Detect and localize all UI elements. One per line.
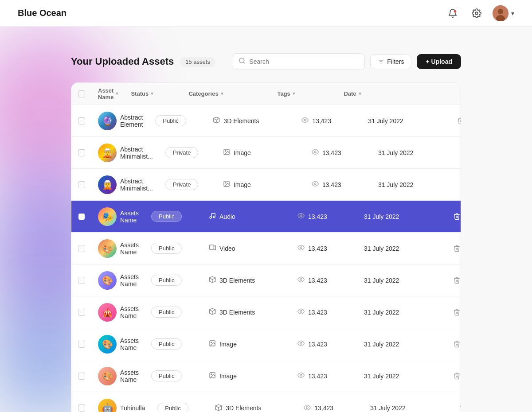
table-row[interactable]: 🎨 Assets Name Public 3D Elements 13,423	[71, 264, 461, 296]
svg-point-100	[211, 374, 212, 375]
svg-point-45	[213, 216, 215, 218]
row-checkbox[interactable]	[78, 181, 85, 188]
row-checkbox[interactable]	[78, 404, 85, 412]
select-all-checkbox[interactable]	[78, 90, 85, 97]
row-checkbox[interactable]	[78, 277, 85, 284]
trash-icon	[459, 404, 461, 412]
category-icon	[209, 276, 216, 284]
delete-button[interactable]	[450, 369, 461, 383]
delete-button[interactable]	[450, 337, 461, 351]
svg-point-57	[300, 247, 302, 249]
delete-button[interactable]	[454, 114, 461, 128]
row-tags-cell: 13,423	[305, 148, 372, 157]
th-categories[interactable]: Categories ▾	[182, 90, 271, 97]
row-category-cell: Image	[203, 372, 291, 380]
status-badge: Private	[165, 179, 198, 190]
asset-thumbnail: 🤖	[98, 399, 117, 412]
row-checkbox[interactable]	[78, 341, 85, 348]
filters-label: Filters	[387, 58, 404, 65]
row-checkbox[interactable]	[78, 117, 85, 124]
table-row[interactable]: 🔮 Abstract Element Public 3D Elements 13…	[71, 105, 461, 137]
row-checkbox-cell[interactable]	[71, 341, 92, 348]
svg-point-44	[210, 217, 211, 218]
category-icon	[209, 340, 216, 348]
row-asset-name-cell: 🎭 Assets Name	[92, 207, 145, 226]
tags-count: 13,423	[312, 117, 331, 124]
row-date-cell: 31 July 2022	[364, 404, 453, 412]
table-header: Asset Name ▾ Status ▾ Categories ▾ Tags …	[71, 83, 461, 105]
row-checkbox[interactable]	[78, 213, 85, 220]
delete-button[interactable]	[450, 273, 461, 288]
notifications-button[interactable]	[445, 5, 461, 21]
row-category-cell: 3D Elements	[207, 117, 295, 125]
asset-count-badge: 15 assets	[180, 57, 215, 67]
row-tags-cell: 13,423	[291, 276, 358, 284]
delete-button[interactable]	[456, 401, 461, 412]
row-tags-cell: 13,423	[291, 372, 358, 380]
cube-icon	[213, 117, 220, 124]
row-tags-cell: 13,423	[305, 180, 372, 189]
delete-button[interactable]	[450, 305, 461, 319]
search-box[interactable]	[232, 53, 365, 70]
row-checkbox-cell[interactable]	[71, 404, 92, 412]
filter-icon	[378, 58, 384, 65]
tags-count: 13,423	[322, 181, 341, 188]
table-row[interactable]: 🎭 Assets Name Public Audio 13,423 3	[71, 201, 461, 233]
table-row[interactable]: 🧝 Abstract Minimalist... Private Image 1…	[71, 169, 461, 201]
table-row[interactable]: 🎨 Assets Name Public Image 13,423 3	[71, 328, 461, 360]
row-category-cell: Video	[203, 244, 291, 253]
row-checkbox-cell[interactable]	[71, 245, 92, 252]
row-checkbox-cell[interactable]	[71, 373, 92, 380]
row-checkbox[interactable]	[78, 309, 85, 316]
th-checkbox[interactable]	[71, 90, 92, 97]
row-date-cell: 31 July 2022	[358, 245, 446, 252]
row-checkbox-cell[interactable]	[71, 149, 92, 156]
th-status[interactable]: Status ▾	[125, 90, 182, 97]
table-row[interactable]: 🎨 Assets Name Public Image 13,423 3	[71, 360, 461, 392]
svg-point-101	[300, 374, 302, 376]
views-icon	[297, 212, 305, 221]
asset-thumb-emoji: 🎨	[98, 367, 117, 385]
search-input[interactable]	[249, 58, 358, 65]
th-date[interactable]: Date ▾	[337, 90, 426, 97]
user-profile-button[interactable]: ▾	[493, 5, 514, 21]
row-checkbox-cell[interactable]	[71, 117, 92, 124]
trash-icon	[453, 308, 461, 316]
image-icon	[209, 340, 216, 347]
row-checkbox[interactable]	[78, 149, 85, 156]
row-asset-name-cell: 🎨 Assets Name	[92, 239, 145, 258]
table-row[interactable]: 🎨 Assets Name Public Video 13,423 31 Jul…	[71, 233, 461, 264]
row-category-cell: Audio	[203, 212, 291, 221]
status-badge: Public	[151, 275, 182, 286]
row-asset-name-cell: 🔮 Abstract Element	[92, 112, 149, 130]
chevron-down-icon: ▾	[511, 10, 514, 17]
asset-thumb-emoji: 🔮	[98, 112, 117, 130]
row-checkbox[interactable]	[78, 373, 85, 380]
row-checkbox-cell[interactable]	[71, 277, 92, 284]
filters-button[interactable]: Filters	[370, 54, 411, 69]
svg-point-33	[225, 183, 226, 183]
delete-button[interactable]	[450, 241, 461, 256]
tags-count: 13,423	[308, 309, 327, 316]
row-status-cell: Private	[159, 147, 217, 158]
table-row[interactable]: 🧝 Abstract Minimalist... Private Image 1…	[71, 137, 461, 169]
row-checkbox-cell[interactable]	[71, 181, 92, 188]
row-checkbox-cell[interactable]	[71, 213, 92, 220]
th-asset-name[interactable]: Asset Name ▾	[92, 87, 125, 101]
row-checkbox-cell[interactable]	[71, 309, 92, 316]
th-tags[interactable]: Tags ▾	[271, 90, 337, 97]
asset-thumbnail: 🧝	[98, 175, 117, 194]
upload-button[interactable]: + Upload	[417, 54, 461, 69]
asset-name: Abstract Minimalist...	[120, 146, 153, 160]
row-status-cell: Public	[151, 403, 209, 412]
row-actions-cell	[450, 114, 461, 128]
status-badge: Public	[155, 115, 186, 126]
row-actions-cell	[461, 146, 461, 160]
asset-date: 31 July 2022	[364, 245, 399, 252]
delete-button[interactable]	[450, 210, 461, 224]
table-row[interactable]: 🎪 Assets Name Public 3D Elements 13,423	[71, 296, 461, 328]
asset-thumb-emoji: 🤖	[98, 399, 117, 412]
table-row[interactable]: 🤖 Tuhinulla Public 3D Elements 13,423	[71, 392, 461, 412]
settings-button[interactable]	[469, 5, 485, 21]
row-checkbox[interactable]	[78, 245, 85, 252]
